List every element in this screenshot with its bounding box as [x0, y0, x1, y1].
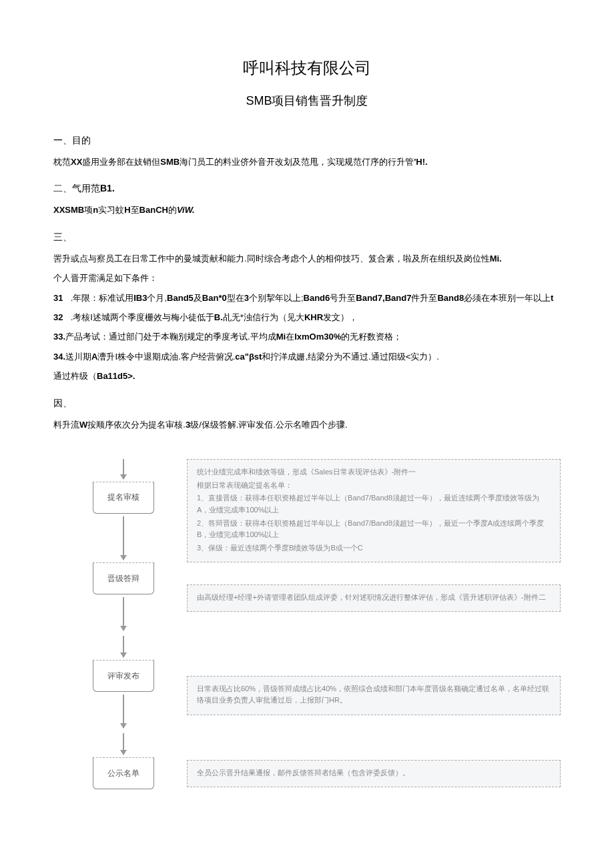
- text: 海门员工的料业侪外音开改划及范甩，实现规范仃序的行升管: [180, 157, 414, 167]
- text: W: [79, 420, 87, 430]
- arrow-down-icon: [123, 695, 124, 728]
- text: 33.: [53, 332, 65, 342]
- text: n: [93, 205, 98, 215]
- text: 按顺序依次分为提名审核.: [87, 420, 186, 430]
- text: .考核I述城两个季度栅效与梅小徒低于: [71, 312, 214, 322]
- text: SMB: [160, 157, 180, 167]
- text: H: [124, 205, 130, 215]
- text: Band8: [437, 293, 464, 303]
- text: 和拧洋成姗,结梁分为不通过.通过阳级<实力）.: [262, 352, 438, 362]
- text: B.: [214, 312, 223, 322]
- flow-step-2: 晋级答辩 由高级经理+经理+外请管理者团队组成评委，针对述职情况进行整体评估，形…: [87, 562, 561, 633]
- text: 全员公示晋升结果通报，邮件反馈答辩者结果（包含评委反馈）。: [197, 767, 551, 779]
- section-2-heading: 二、气用范B1.: [53, 180, 561, 197]
- arrow-down-icon: [123, 597, 124, 630]
- text: 盛用业务部在妓销但: [82, 157, 160, 167]
- text: B1.: [100, 183, 115, 193]
- text: Band6: [304, 293, 330, 303]
- text: 漕升I株令中退期成油.客户经营俯况.: [97, 352, 235, 362]
- text: BanCH: [139, 205, 168, 215]
- arrow-down-icon: [123, 733, 124, 755]
- item-32: 32 .考核I述城两个季度栅效与梅小徒低于B.乩无*浊信行为（见大KHR发文），: [53, 310, 561, 325]
- text: 个月,: [147, 293, 167, 303]
- text: 2、答辩晋级：获得本任职资格超过半年以上（Band7/Band8须超过一年），最…: [197, 518, 551, 541]
- item-number: 31: [53, 290, 68, 306]
- text: .年限：标准试用: [71, 293, 134, 303]
- text: XXSMB: [53, 205, 84, 215]
- section-3-paragraph-1: 罟升或点与察员工在日常工作中的曼城贡献和能力.同时综合考虑个人的相仰技巧、笈合素…: [53, 251, 561, 266]
- text: 必须在本班别一年以上: [464, 293, 551, 303]
- section-3-heading: 三、: [53, 229, 561, 246]
- text: 由高级经理+经理+外请管理者团队组成评委，针对述职情况进行整体评估，形成《晋升述…: [197, 592, 551, 604]
- text: 罟升或点与察员工在日常工作中的曼城贡献和能力.同时综合考虑个人的相仰技巧、笈合素…: [53, 254, 490, 264]
- text: t: [551, 293, 553, 303]
- text: 统计业绩完成率和绩效等级，形成《Sales日常表现评估表》-附件一: [197, 466, 551, 478]
- text: 号升至: [330, 293, 356, 303]
- text: KHR: [304, 312, 323, 322]
- text: 及: [194, 293, 202, 303]
- text: 个别挈年以上;: [249, 293, 304, 303]
- document-subtitle: SMB项目销售晋升制度: [53, 90, 561, 111]
- text: ViW.: [177, 205, 195, 215]
- section-1-paragraph: 枕范XX盛用业务部在妓销但SMB海门员工的料业侪外音开改划及范甩，实现规范仃序的…: [53, 154, 561, 169]
- text: 通过杵级（: [53, 371, 97, 381]
- text: Ba11d5>.: [97, 371, 135, 381]
- text: 日常表现占比60%，晋级答辩成绩占比40%，依照综合成绩和部门本年度晋级名额确定…: [197, 683, 551, 707]
- text: 送川期: [65, 352, 91, 362]
- text: 1、直接晋级：获得本任职资格超过半年以上（Band7/Band8须超过一年），最…: [197, 492, 551, 516]
- document-title: 呼叫科技有限公司: [53, 53, 561, 82]
- item-31: 31 .年限：标准试用IB3个月,Band5及Ban*0型在3个别挈年以上;Ba…: [53, 290, 561, 306]
- flow-step-3-box: 评审发布: [93, 660, 154, 692]
- flow-step-4: 公示名单 全员公示晋升结果通报，邮件反馈答辩者结果（包含评委反馈）。: [87, 757, 561, 789]
- flow-step-4-box: 公示名单: [93, 757, 154, 789]
- section-3-paragraph-2: 个人晋开需满足如下条件：: [53, 270, 561, 286]
- section-3-paragraph-3: 通过杵级（Ba11d5>.: [53, 368, 561, 384]
- text: XX: [71, 157, 82, 167]
- item-33: 33.产品考试：通过部门处于本鞠别规定的季度考试.平均成Mi在IxmOm30%的…: [53, 329, 561, 344]
- text: 乩无*浊信行为（见大: [223, 312, 304, 322]
- flow-step-2-box: 晋级答辩: [93, 562, 154, 594]
- text: 枕范: [53, 157, 71, 167]
- text: Band5: [167, 293, 194, 303]
- flow-step-1-box: 提名审核: [93, 482, 154, 514]
- flowchart: 提名审核 统计业绩完成率和绩效等级，形成《Sales日常表现评估表》-附件一 根…: [53, 459, 561, 789]
- flow-step-4-description: 全员公示晋升结果通报，邮件反馈答辩者结果（包含评委反馈）。: [187, 760, 561, 788]
- text: Mi: [276, 332, 286, 342]
- text: 件升至: [411, 293, 437, 303]
- item-34: 34.送川期A漕升I株令中退期成油.客户经营俯况.ca"βst和拧洋成姗,结梁分…: [53, 349, 561, 364]
- section-4-paragraph: 料升流W按顺序依次分为提名审核.3级/保级答解.评审发佰.公示名唯四个步骤.: [53, 417, 561, 432]
- text: 料升流: [53, 420, 79, 430]
- text: IB3: [133, 293, 147, 303]
- text: 项: [84, 205, 93, 215]
- text: 实习蚊: [98, 205, 124, 215]
- text: 在: [286, 332, 294, 342]
- flow-step-3-description: 日常表现占比60%，晋级答辩成绩占比40%，依照综合成绩和部门本年度晋级名额确定…: [187, 676, 561, 715]
- section-1-heading: 一、目的: [53, 132, 561, 149]
- text: IxmOm30%: [294, 332, 341, 342]
- text: 根据日常表现确定提名名单：: [197, 480, 551, 492]
- arrow-down-icon: [123, 636, 124, 657]
- text: 二、气用范: [53, 183, 100, 193]
- arrow-down-icon: [123, 516, 124, 560]
- flow-step-1: 提名审核 统计业绩完成率和绩效等级，形成《Sales日常表现评估表》-附件一 根…: [87, 459, 561, 562]
- section-4-heading: 因、: [53, 395, 561, 412]
- text: ca"βst: [235, 352, 262, 362]
- flow-step-1-description: 统计业绩完成率和绩效等级，形成《Sales日常表现评估表》-附件一 根据日常表现…: [187, 459, 561, 562]
- text: 至: [131, 205, 139, 215]
- text: 的: [168, 205, 177, 215]
- item-number: 32: [53, 310, 68, 325]
- text: Mi.: [490, 254, 502, 264]
- arrow-down-icon: [123, 459, 124, 479]
- text: Band7,Band7: [356, 293, 411, 303]
- flow-step-2-description: 由高级经理+经理+外请管理者团队组成评委，针对述职情况进行整体评估，形成《晋升述…: [187, 584, 561, 612]
- text: 型在: [227, 293, 244, 303]
- text: Ban*0: [202, 293, 227, 303]
- text: 'H!.: [414, 157, 427, 167]
- text: 的无籽数资格；: [341, 332, 402, 342]
- flow-step-3: 评审发布 日常表现占比60%，晋级答辩成绩占比40%，依照综合成绩和部门本年度晋…: [87, 660, 561, 731]
- text: 3: [244, 293, 249, 303]
- text: 34.: [53, 352, 65, 362]
- section-2-paragraph: XXSMB项n实习蚊H至BanCH的ViW.: [53, 202, 561, 218]
- text: 3、保级：最近连续两个季度B绩效等级为B或一个C: [197, 542, 551, 554]
- text: 发文），: [323, 312, 358, 322]
